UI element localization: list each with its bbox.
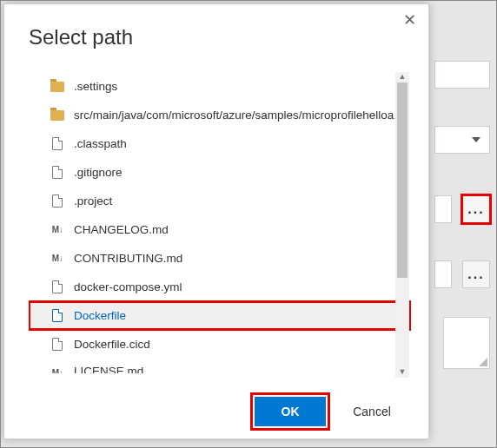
scrollbar-thumb[interactable] <box>397 82 408 278</box>
ellipsis-icon: ... <box>467 267 484 282</box>
scroll-up-icon[interactable]: ▲ <box>395 72 409 82</box>
bg-input[interactable] <box>434 61 490 89</box>
file-label: .gitignore <box>74 166 123 179</box>
markdown-icon: M↓ <box>50 222 65 238</box>
file-label: Dockerfile.cicd <box>74 338 150 351</box>
file-label: src/main/java/com/microsoft/azure/sample… <box>74 109 404 122</box>
file-icon <box>50 194 65 209</box>
bg-dropdown[interactable] <box>434 126 490 154</box>
ok-button[interactable]: OK <box>255 397 326 426</box>
scroll-down-icon[interactable]: ▼ <box>395 367 409 378</box>
folder-icon <box>50 108 65 123</box>
file-item-contributing[interactable]: M↓ CONTRIBUTING.md <box>29 244 411 273</box>
bg-input-3[interactable] <box>434 260 452 288</box>
file-item-dockerfile-cicd[interactable]: Dockerfile.cicd <box>29 330 411 359</box>
file-icon <box>50 165 65 181</box>
markdown-icon: M↓ <box>50 251 65 267</box>
file-label: docker-compose.yml <box>74 280 182 293</box>
close-icon[interactable]: ✕ <box>399 10 420 30</box>
markdown-icon: M↓ <box>50 365 65 373</box>
bg-textarea[interactable] <box>443 317 490 369</box>
file-item-project[interactable]: .project <box>29 187 411 215</box>
file-label: CONTRIBUTING.md <box>74 252 182 265</box>
scrollbar[interactable]: ▲ ▼ <box>395 72 409 378</box>
file-list: .settings src/main/java/com/microsoft/az… <box>29 72 411 378</box>
browse-button-highlighted[interactable]: ... <box>462 195 490 223</box>
file-icon <box>50 337 65 352</box>
ellipsis-icon: ... <box>467 201 484 217</box>
folder-icon <box>50 79 65 95</box>
file-label: .project <box>74 194 112 208</box>
dialog-footer: OK Cancel <box>255 397 408 426</box>
file-icon <box>50 136 65 152</box>
file-item-dockerfile[interactable]: Dockerfile <box>29 301 411 330</box>
file-item-settings[interactable]: .settings <box>29 72 411 101</box>
file-label: Dockerfile <box>74 309 126 322</box>
file-icon <box>50 308 65 324</box>
file-icon <box>50 280 65 295</box>
file-item-classpath[interactable]: .classpath <box>29 129 411 158</box>
resize-handle[interactable] <box>479 358 487 366</box>
file-item-gitignore[interactable]: .gitignore <box>29 158 411 187</box>
dialog-title: Select path <box>4 4 428 69</box>
select-path-dialog: ✕ Select path .settings src/main/java/co… <box>3 3 429 439</box>
file-label: .settings <box>74 80 117 93</box>
file-label: CHANGELOG.md <box>74 223 169 236</box>
cancel-button[interactable]: Cancel <box>336 397 408 426</box>
bg-input-2[interactable] <box>434 195 452 223</box>
file-item-docker-compose[interactable]: docker-compose.yml <box>29 273 411 301</box>
file-item-license[interactable]: M↓ LICENSE.md <box>29 359 411 373</box>
file-label: LICENSE.md <box>74 365 143 373</box>
file-item-changelog[interactable]: M↓ CHANGELOG.md <box>29 215 411 244</box>
browse-button[interactable]: ... <box>462 260 490 288</box>
file-label: .classpath <box>74 137 127 150</box>
file-item-src[interactable]: src/main/java/com/microsoft/azure/sample… <box>29 101 411 129</box>
